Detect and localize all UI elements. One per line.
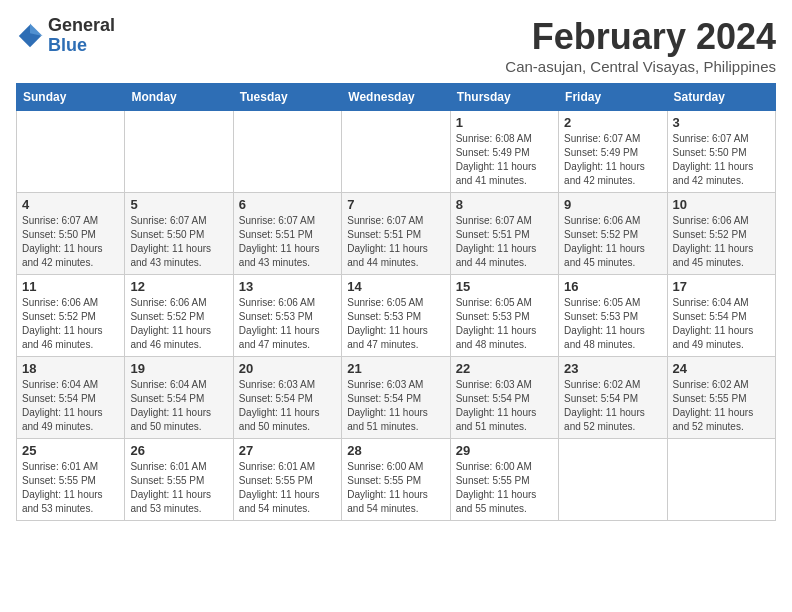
day-number: 7 xyxy=(347,197,444,212)
calendar-cell xyxy=(17,111,125,193)
day-number: 4 xyxy=(22,197,119,212)
day-number: 24 xyxy=(673,361,770,376)
day-info: Sunrise: 6:07 AM Sunset: 5:50 PM Dayligh… xyxy=(673,132,770,188)
day-number: 12 xyxy=(130,279,227,294)
day-number: 1 xyxy=(456,115,553,130)
day-info: Sunrise: 6:06 AM Sunset: 5:53 PM Dayligh… xyxy=(239,296,336,352)
weekday-header-friday: Friday xyxy=(559,84,667,111)
day-number: 28 xyxy=(347,443,444,458)
week-row-4: 18Sunrise: 6:04 AM Sunset: 5:54 PM Dayli… xyxy=(17,357,776,439)
day-number: 3 xyxy=(673,115,770,130)
logo-general-text: General xyxy=(48,16,115,36)
calendar-cell: 9Sunrise: 6:06 AM Sunset: 5:52 PM Daylig… xyxy=(559,193,667,275)
day-info: Sunrise: 6:06 AM Sunset: 5:52 PM Dayligh… xyxy=(564,214,661,270)
calendar-cell: 28Sunrise: 6:00 AM Sunset: 5:55 PM Dayli… xyxy=(342,439,450,521)
day-info: Sunrise: 6:06 AM Sunset: 5:52 PM Dayligh… xyxy=(673,214,770,270)
calendar-cell: 8Sunrise: 6:07 AM Sunset: 5:51 PM Daylig… xyxy=(450,193,558,275)
day-number: 23 xyxy=(564,361,661,376)
calendar-cell: 14Sunrise: 6:05 AM Sunset: 5:53 PM Dayli… xyxy=(342,275,450,357)
logo-blue-text: Blue xyxy=(48,36,115,56)
calendar-cell: 12Sunrise: 6:06 AM Sunset: 5:52 PM Dayli… xyxy=(125,275,233,357)
calendar-cell: 24Sunrise: 6:02 AM Sunset: 5:55 PM Dayli… xyxy=(667,357,775,439)
day-number: 18 xyxy=(22,361,119,376)
day-info: Sunrise: 6:05 AM Sunset: 5:53 PM Dayligh… xyxy=(347,296,444,352)
calendar-cell: 29Sunrise: 6:00 AM Sunset: 5:55 PM Dayli… xyxy=(450,439,558,521)
week-row-5: 25Sunrise: 6:01 AM Sunset: 5:55 PM Dayli… xyxy=(17,439,776,521)
day-info: Sunrise: 6:07 AM Sunset: 5:51 PM Dayligh… xyxy=(239,214,336,270)
day-number: 11 xyxy=(22,279,119,294)
calendar-cell: 16Sunrise: 6:05 AM Sunset: 5:53 PM Dayli… xyxy=(559,275,667,357)
day-number: 20 xyxy=(239,361,336,376)
day-info: Sunrise: 6:01 AM Sunset: 5:55 PM Dayligh… xyxy=(239,460,336,516)
day-info: Sunrise: 6:04 AM Sunset: 5:54 PM Dayligh… xyxy=(673,296,770,352)
weekday-header-tuesday: Tuesday xyxy=(233,84,341,111)
week-row-1: 1Sunrise: 6:08 AM Sunset: 5:49 PM Daylig… xyxy=(17,111,776,193)
calendar-cell: 23Sunrise: 6:02 AM Sunset: 5:54 PM Dayli… xyxy=(559,357,667,439)
day-number: 8 xyxy=(456,197,553,212)
calendar-cell: 13Sunrise: 6:06 AM Sunset: 5:53 PM Dayli… xyxy=(233,275,341,357)
day-info: Sunrise: 6:08 AM Sunset: 5:49 PM Dayligh… xyxy=(456,132,553,188)
day-number: 5 xyxy=(130,197,227,212)
day-number: 16 xyxy=(564,279,661,294)
day-info: Sunrise: 6:01 AM Sunset: 5:55 PM Dayligh… xyxy=(130,460,227,516)
calendar-cell: 26Sunrise: 6:01 AM Sunset: 5:55 PM Dayli… xyxy=(125,439,233,521)
day-number: 6 xyxy=(239,197,336,212)
day-info: Sunrise: 6:03 AM Sunset: 5:54 PM Dayligh… xyxy=(239,378,336,434)
day-number: 25 xyxy=(22,443,119,458)
day-number: 10 xyxy=(673,197,770,212)
day-info: Sunrise: 6:05 AM Sunset: 5:53 PM Dayligh… xyxy=(456,296,553,352)
calendar-cell: 17Sunrise: 6:04 AM Sunset: 5:54 PM Dayli… xyxy=(667,275,775,357)
day-info: Sunrise: 6:05 AM Sunset: 5:53 PM Dayligh… xyxy=(564,296,661,352)
day-info: Sunrise: 6:07 AM Sunset: 5:50 PM Dayligh… xyxy=(22,214,119,270)
day-number: 9 xyxy=(564,197,661,212)
weekday-header-thursday: Thursday xyxy=(450,84,558,111)
day-number: 17 xyxy=(673,279,770,294)
day-info: Sunrise: 6:03 AM Sunset: 5:54 PM Dayligh… xyxy=(456,378,553,434)
calendar-cell: 11Sunrise: 6:06 AM Sunset: 5:52 PM Dayli… xyxy=(17,275,125,357)
day-info: Sunrise: 6:04 AM Sunset: 5:54 PM Dayligh… xyxy=(22,378,119,434)
day-number: 22 xyxy=(456,361,553,376)
day-number: 19 xyxy=(130,361,227,376)
header: General Blue February 2024 Can-asujan, C… xyxy=(16,16,776,75)
calendar-cell: 3Sunrise: 6:07 AM Sunset: 5:50 PM Daylig… xyxy=(667,111,775,193)
day-number: 26 xyxy=(130,443,227,458)
calendar-cell: 18Sunrise: 6:04 AM Sunset: 5:54 PM Dayli… xyxy=(17,357,125,439)
day-info: Sunrise: 6:07 AM Sunset: 5:51 PM Dayligh… xyxy=(456,214,553,270)
day-info: Sunrise: 6:02 AM Sunset: 5:54 PM Dayligh… xyxy=(564,378,661,434)
calendar-cell: 5Sunrise: 6:07 AM Sunset: 5:50 PM Daylig… xyxy=(125,193,233,275)
calendar-cell xyxy=(125,111,233,193)
calendar-cell: 10Sunrise: 6:06 AM Sunset: 5:52 PM Dayli… xyxy=(667,193,775,275)
calendar-table: SundayMondayTuesdayWednesdayThursdayFrid… xyxy=(16,83,776,521)
calendar-cell: 2Sunrise: 6:07 AM Sunset: 5:49 PM Daylig… xyxy=(559,111,667,193)
day-number: 15 xyxy=(456,279,553,294)
day-number: 21 xyxy=(347,361,444,376)
day-info: Sunrise: 6:06 AM Sunset: 5:52 PM Dayligh… xyxy=(130,296,227,352)
day-info: Sunrise: 6:07 AM Sunset: 5:51 PM Dayligh… xyxy=(347,214,444,270)
week-row-3: 11Sunrise: 6:06 AM Sunset: 5:52 PM Dayli… xyxy=(17,275,776,357)
weekday-header-sunday: Sunday xyxy=(17,84,125,111)
logo: General Blue xyxy=(16,16,115,56)
calendar-body: 1Sunrise: 6:08 AM Sunset: 5:49 PM Daylig… xyxy=(17,111,776,521)
calendar-cell xyxy=(342,111,450,193)
title-section: February 2024 Can-asujan, Central Visaya… xyxy=(505,16,776,75)
weekday-header-saturday: Saturday xyxy=(667,84,775,111)
calendar-cell: 15Sunrise: 6:05 AM Sunset: 5:53 PM Dayli… xyxy=(450,275,558,357)
day-number: 29 xyxy=(456,443,553,458)
day-info: Sunrise: 6:00 AM Sunset: 5:55 PM Dayligh… xyxy=(456,460,553,516)
day-number: 14 xyxy=(347,279,444,294)
calendar-cell: 6Sunrise: 6:07 AM Sunset: 5:51 PM Daylig… xyxy=(233,193,341,275)
calendar-cell: 4Sunrise: 6:07 AM Sunset: 5:50 PM Daylig… xyxy=(17,193,125,275)
calendar-cell: 1Sunrise: 6:08 AM Sunset: 5:49 PM Daylig… xyxy=(450,111,558,193)
day-info: Sunrise: 6:06 AM Sunset: 5:52 PM Dayligh… xyxy=(22,296,119,352)
location-text: Can-asujan, Central Visayas, Philippines xyxy=(505,58,776,75)
calendar-cell: 22Sunrise: 6:03 AM Sunset: 5:54 PM Dayli… xyxy=(450,357,558,439)
day-info: Sunrise: 6:04 AM Sunset: 5:54 PM Dayligh… xyxy=(130,378,227,434)
calendar-cell: 27Sunrise: 6:01 AM Sunset: 5:55 PM Dayli… xyxy=(233,439,341,521)
day-number: 27 xyxy=(239,443,336,458)
logo-text: General Blue xyxy=(48,16,115,56)
day-info: Sunrise: 6:07 AM Sunset: 5:49 PM Dayligh… xyxy=(564,132,661,188)
weekday-header-row: SundayMondayTuesdayWednesdayThursdayFrid… xyxy=(17,84,776,111)
calendar-cell xyxy=(667,439,775,521)
calendar-cell xyxy=(559,439,667,521)
calendar-cell: 7Sunrise: 6:07 AM Sunset: 5:51 PM Daylig… xyxy=(342,193,450,275)
